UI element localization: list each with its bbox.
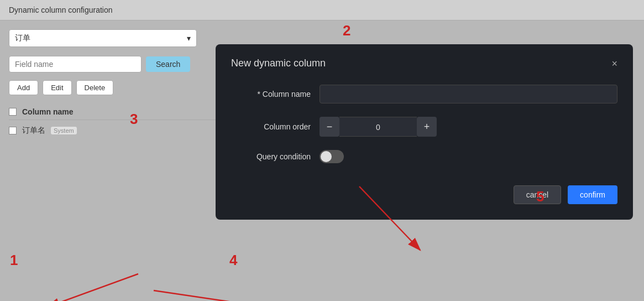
edit-button[interactable]: Edit <box>43 80 71 95</box>
left-panel: 订单 ▾ Search Add Edit Delete Column nam <box>0 20 227 148</box>
page-title-bar: Dynamic column configuration <box>0 0 644 20</box>
search-row: Search <box>9 56 218 72</box>
column-order-label: Column order <box>231 122 320 131</box>
increment-button[interactable]: + <box>417 117 437 137</box>
delete-button[interactable]: Delete <box>76 80 114 95</box>
modal-footer: cancel confirm <box>231 185 617 204</box>
column-order-spinner: − 0 + <box>320 117 437 137</box>
page-title: Dynamic column configuration <box>9 6 113 14</box>
decrement-button[interactable]: − <box>320 117 339 137</box>
spinner-value: 0 <box>339 117 417 137</box>
column-order-row: Column order − 0 + <box>231 117 617 137</box>
action-row: Add Edit Delete <box>9 80 218 95</box>
annotation-5: 5 <box>536 188 544 205</box>
query-condition-label: Query condition <box>231 152 320 161</box>
dropdown-arrow-icon: ▾ <box>187 34 191 43</box>
svg-line-6 <box>154 290 274 301</box>
annotation-3: 3 <box>130 111 138 128</box>
table-row: 订单名 System <box>9 122 218 139</box>
confirm-button[interactable]: confirm <box>568 185 617 204</box>
system-badge: System <box>51 127 77 134</box>
modal-title: New dynamic column <box>231 58 326 69</box>
annotation-1: 1 <box>10 252 18 269</box>
modal-dialog: New dynamic column × * Column name Colum… <box>216 44 633 220</box>
row-checkbox[interactable] <box>9 127 17 134</box>
add-button[interactable]: Add <box>9 80 38 95</box>
column-name-header: Column name <box>22 107 74 116</box>
toggle-container <box>320 150 344 163</box>
close-icon: × <box>611 58 617 69</box>
annotation-4: 4 <box>229 252 237 269</box>
row-name: 订单名 <box>22 126 45 136</box>
dropdown-label: 订单 <box>15 33 30 43</box>
modal-title-row: New dynamic column × <box>231 58 617 69</box>
column-name-row: * Column name <box>231 85 617 103</box>
select-all-checkbox[interactable] <box>9 108 17 116</box>
search-input[interactable] <box>9 56 142 72</box>
svg-line-2 <box>47 274 138 301</box>
annotation-2: 2 <box>343 22 350 39</box>
modal-close-button[interactable]: × <box>611 59 617 69</box>
column-name-input[interactable] <box>320 85 617 103</box>
main-panel: Dynamic column configuration 订单 ▾ Search… <box>0 0 644 301</box>
query-condition-toggle[interactable] <box>320 150 344 163</box>
table-header: Column name <box>9 104 218 120</box>
query-condition-row: Query condition <box>231 150 617 163</box>
column-name-label: * Column name <box>231 90 320 98</box>
dropdown-select[interactable]: 订单 ▾ <box>9 29 197 47</box>
toggle-knob <box>321 151 332 162</box>
search-button[interactable]: Search <box>146 56 190 72</box>
